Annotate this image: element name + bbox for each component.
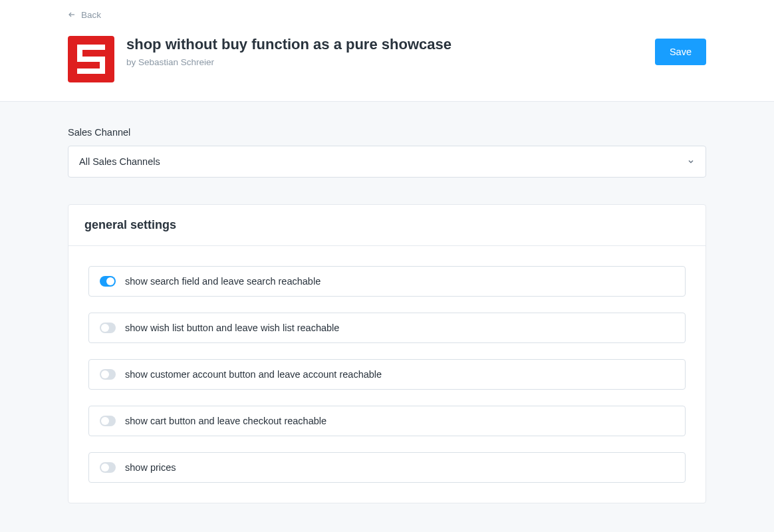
card-title: general settings: [84, 218, 690, 232]
toggle-row: show prices: [88, 452, 686, 483]
toggle-switch[interactable]: [100, 462, 116, 473]
title-row: shop without buy function as a pure show…: [68, 36, 706, 82]
app-icon: [68, 36, 114, 82]
header-area: Back shop without buy function as a pure…: [0, 0, 774, 102]
toggle-label: show cart button and leave checkout reac…: [125, 416, 326, 426]
content-area: Sales Channel All Sales Channels general…: [0, 102, 774, 532]
save-button[interactable]: Save: [655, 39, 706, 65]
toggle-label: show wish list button and leave wish lis…: [125, 323, 339, 333]
toggle-row: show cart button and leave checkout reac…: [88, 406, 686, 436]
sales-channel-label: Sales Channel: [68, 127, 706, 138]
toggle-row: show wish list button and leave wish lis…: [88, 313, 686, 343]
toggle-knob: [101, 370, 109, 378]
toggle-switch[interactable]: [100, 416, 116, 426]
chevron-down-icon: [687, 158, 695, 166]
title-left: shop without buy function as a pure show…: [68, 36, 452, 82]
title-text: shop without buy function as a pure show…: [126, 36, 452, 67]
card-body: show search field and leave search reach…: [68, 246, 706, 503]
card-header: general settings: [68, 205, 706, 246]
toggle-knob: [106, 277, 114, 285]
toggle-switch[interactable]: [100, 276, 116, 287]
toggle-knob: [101, 417, 109, 425]
byline: by Sebastian Schreier: [126, 57, 452, 67]
toggle-knob: [101, 324, 109, 332]
page-title: shop without buy function as a pure show…: [126, 36, 452, 53]
toggle-label: show customer account button and leave a…: [125, 369, 382, 380]
general-settings-card: general settings show search field and l…: [68, 204, 706, 503]
sales-channel-select[interactable]: All Sales Channels: [68, 146, 706, 178]
app-icon-glyph: [77, 45, 105, 74]
toggle-switch[interactable]: [100, 323, 116, 333]
back-label: Back: [81, 10, 101, 20]
svg-rect-5: [77, 68, 105, 74]
arrow-left-icon: [68, 11, 76, 19]
toggle-knob: [101, 464, 109, 471]
toggle-label: show search field and leave search reach…: [125, 276, 321, 287]
sales-channel-selected: All Sales Channels: [79, 156, 160, 167]
toggle-row: show search field and leave search reach…: [88, 266, 686, 297]
toggle-row: show customer account button and leave a…: [88, 359, 686, 390]
toggle-switch[interactable]: [100, 369, 116, 380]
back-link[interactable]: Back: [68, 10, 101, 20]
toggle-label: show prices: [125, 462, 176, 473]
